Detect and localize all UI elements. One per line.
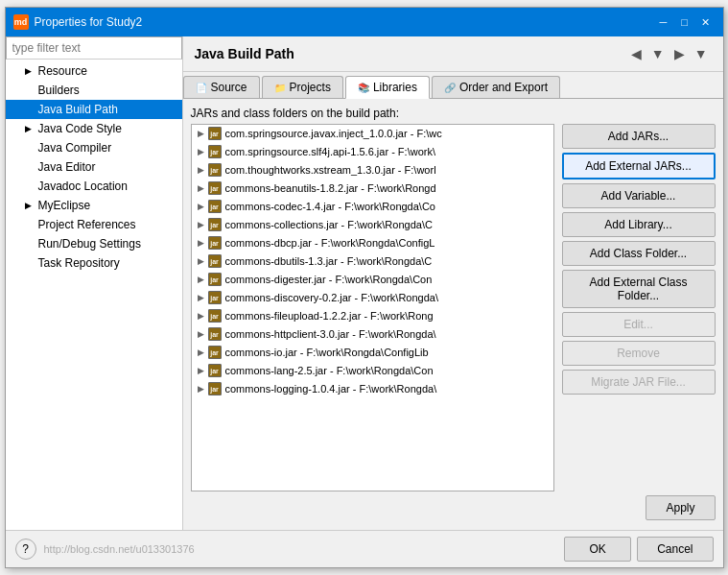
ok-button[interactable]: OK [564, 537, 631, 562]
jar-item-name: commons-httpclient-3.0.jar - F:\work\Ron… [225, 328, 436, 340]
window-title: Properties for Study2 [35, 15, 143, 29]
expand-icon: ▶ [198, 238, 204, 248]
jar-item-name: commons-logging-1.0.4.jar - F:\work\Rong… [225, 383, 437, 395]
sidebar-tree: ▶ Resource Builders Java Build Path ▶ Ja… [6, 60, 182, 275]
sidebar-item-label: Task Repository [38, 256, 120, 270]
jar-item-name: com.springsource.slf4j.api-1.5.6.jar - F… [225, 146, 435, 157]
tab-libraries[interactable]: 📚 Libraries [345, 76, 430, 99]
list-item[interactable]: ▶ jar commons-lang-2.5.jar - F:\work\Ron… [192, 362, 553, 380]
list-item[interactable]: ▶ jar commons-beanutils-1.8.2.jar - F:\w… [192, 180, 553, 198]
sidebar-item-label: Java Code Style [38, 122, 122, 135]
panel-title: Java Build Path [195, 46, 294, 61]
jar-file-icon: jar [208, 145, 222, 158]
sidebar-item-task-repository[interactable]: Task Repository [6, 253, 182, 273]
maximize-button[interactable]: □ [675, 12, 694, 32]
list-item[interactable]: ▶ jar commons-io.jar - F:\work\Rongda\Co… [192, 344, 553, 362]
sidebar-item-java-build-path[interactable]: Java Build Path [6, 100, 182, 119]
jar-file-icon: jar [208, 200, 222, 213]
add-variable-button[interactable]: Add Variable... [562, 183, 716, 208]
add-external-class-folder-button[interactable]: Add External Class Folder... [562, 270, 716, 308]
tab-libraries-label: Libraries [373, 81, 417, 94]
expand-icon: ▶ [198, 329, 204, 339]
list-item[interactable]: ▶ jar commons-logging-1.0.4.jar - F:\wor… [192, 380, 553, 398]
sidebar-item-builders[interactable]: Builders [6, 81, 182, 100]
nav-menu-button[interactable]: ▼ [691, 44, 712, 63]
edit-button[interactable]: Edit... [562, 312, 716, 337]
tab-projects[interactable]: 📁 Projects [262, 76, 343, 98]
list-item[interactable]: ▶ jar commons-dbcp.jar - F:\work\Rongda\… [192, 234, 553, 252]
source-tab-icon: 📄 [196, 83, 207, 93]
add-jars-button[interactable]: Add JARs... [562, 124, 716, 149]
sidebar-item-project-references[interactable]: Project References [6, 215, 182, 234]
list-item[interactable]: ▶ jar commons-collections.jar - F:\work\… [192, 216, 553, 234]
jar-file-icon: jar [208, 382, 222, 395]
forward-button[interactable]: ▶ [670, 44, 689, 63]
jar-file-icon: jar [208, 273, 222, 286]
list-item[interactable]: ▶ jar commons-digester.jar - F:\work\Ron… [192, 271, 553, 289]
filter-input[interactable] [6, 36, 182, 60]
expand-icon: ▶ [198, 165, 204, 175]
jar-item-name: com.thoughtworks.xstream_1.3.0.jar - F:\… [225, 164, 436, 176]
jar-item-name: commons-discovery-0.2.jar - F:\work\Rong… [225, 292, 439, 303]
list-item[interactable]: ▶ jar commons-discovery-0.2.jar - F:\wor… [192, 289, 553, 307]
tab-projects-label: Projects [290, 81, 331, 94]
close-button[interactable]: ✕ [696, 12, 716, 32]
expand-icon: ▶ [198, 183, 204, 193]
expand-icon: ▶ [198, 311, 204, 321]
jar-list[interactable]: ▶ jar com.springsource.javax.inject_1.0.… [191, 124, 554, 491]
back-button[interactable]: ◀ [627, 44, 646, 63]
sidebar-item-run-debug[interactable]: Run/Debug Settings [6, 234, 182, 253]
minimize-button[interactable]: ─ [654, 12, 673, 32]
tab-order-export[interactable]: 🔗 Order and Export [432, 76, 560, 98]
sidebar-item-java-code-style[interactable]: ▶ Java Code Style [6, 119, 182, 138]
remove-button[interactable]: Remove [562, 341, 716, 366]
expand-icon: ▶ [198, 129, 204, 138]
sidebar-item-javadoc-location[interactable]: Javadoc Location [6, 177, 182, 196]
jar-item-name: commons-dbcp.jar - F:\work\Rongda\Config… [225, 237, 435, 249]
migrate-jar-button[interactable]: Migrate JAR File... [562, 370, 716, 395]
list-item[interactable]: ▶ jar commons-httpclient-3.0.jar - F:\wo… [192, 325, 553, 344]
properties-window: md Properties for Study2 ─ □ ✕ ▶ Resourc… [5, 7, 724, 568]
expand-icon: ▶ [198, 256, 204, 266]
order-export-tab-icon: 🔗 [444, 83, 456, 93]
jar-area: JARs and class folders on the build path… [183, 99, 723, 530]
help-button[interactable]: ? [15, 539, 36, 560]
list-item[interactable]: ▶ jar com.springsource.slf4j.api-1.5.6.j… [192, 143, 553, 161]
add-class-folder-button[interactable]: Add Class Folder... [562, 241, 716, 266]
sidebar-item-java-editor[interactable]: Java Editor [6, 157, 182, 177]
nav-arrows: ◀ ▼ ▶ ▼ [627, 44, 712, 63]
jar-item-name: commons-fileupload-1.2.2.jar - F:\work\R… [225, 310, 434, 322]
bottom-bar-left: ? http://blog.csdn.net/u013301376 [15, 539, 559, 560]
sidebar-item-label: Project References [38, 218, 136, 231]
expand-icon: ▶ [198, 147, 204, 156]
title-bar: md Properties for Study2 ─ □ ✕ [6, 8, 723, 36]
cancel-button[interactable]: Cancel [637, 537, 713, 562]
list-item[interactable]: ▶ jar commons-dbutils-1.3.jar - F:\work\… [192, 252, 553, 271]
jar-file-icon: jar [208, 181, 222, 195]
tab-order-export-label: Order and Export [459, 81, 548, 94]
list-item[interactable]: ▶ jar commons-codec-1.4.jar - F:\work\Ro… [192, 198, 553, 216]
sidebar-item-label: Java Build Path [38, 103, 118, 116]
tab-source[interactable]: 📄 Source [183, 76, 260, 98]
apply-button[interactable]: Apply [646, 495, 715, 520]
expand-icon: ▶ [198, 347, 204, 357]
jar-file-icon: jar [208, 364, 222, 377]
list-item[interactable]: ▶ jar commons-fileupload-1.2.2.jar - F:\… [192, 307, 553, 325]
list-item[interactable]: ▶ jar com.springsource.javax.inject_1.0.… [192, 125, 553, 143]
expand-icon: ▶ [198, 384, 204, 394]
panel-header: Java Build Path ◀ ▼ ▶ ▼ [183, 36, 723, 72]
sidebar-item-java-compiler[interactable]: Java Compiler [6, 138, 182, 157]
sidebar-item-myeclipse[interactable]: ▶ MyEclipse [6, 196, 182, 215]
list-item[interactable]: ▶ jar com.thoughtworks.xstream_1.3.0.jar… [192, 161, 553, 180]
jar-file-icon: jar [208, 127, 222, 140]
arrow-icon: ▶ [25, 124, 35, 133]
add-library-button[interactable]: Add Library... [562, 212, 716, 237]
bottom-bar: ? http://blog.csdn.net/u013301376 OK Can… [6, 530, 723, 567]
expand-icon: ▶ [198, 202, 204, 211]
add-external-jars-button[interactable]: Add External JARs... [562, 153, 716, 180]
sidebar-item-label: Java Editor [38, 160, 96, 174]
jar-item-name: commons-dbutils-1.3.jar - F:\work\Rongda… [225, 255, 433, 267]
expand-icon: ▶ [198, 366, 204, 375]
nav-dropdown-button[interactable]: ▼ [647, 44, 669, 63]
sidebar-item-resource[interactable]: ▶ Resource [6, 61, 182, 81]
